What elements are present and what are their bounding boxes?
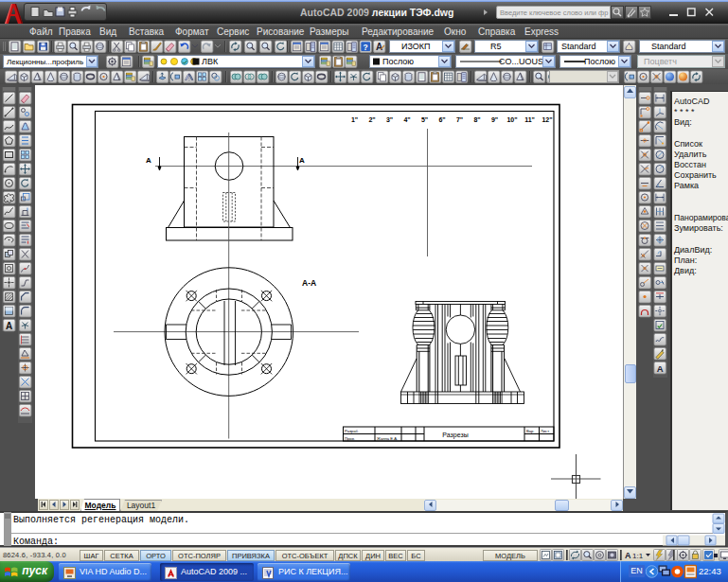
svg-text:A: A — [657, 363, 664, 374]
svg-text:Пров.: Пров. — [345, 436, 355, 441]
svg-text:8": 8" — [473, 116, 480, 123]
svg-text:ИЗОКП: ИЗОКП — [401, 42, 431, 51]
svg-text:Послою: Послою — [382, 57, 414, 66]
svg-text:12": 12" — [542, 116, 552, 123]
svg-text:Жанна Е.А.: Жанна Е.А. — [377, 436, 398, 441]
svg-text:Вар.: Вар. — [526, 429, 535, 433]
svg-text:Лекционны...профиль: Лекционны...профиль — [7, 58, 83, 66]
svg-text:A: A — [376, 42, 382, 52]
svg-text:7": 7" — [456, 116, 463, 123]
svg-text:9": 9" — [491, 116, 498, 123]
svg-text:ЛВК: ЛВК — [202, 57, 219, 66]
svg-text:Standard: Standard — [561, 42, 596, 51]
svg-text:A: A — [146, 156, 151, 165]
svg-text:Поцветч: Поцветч — [644, 57, 677, 66]
svg-text:Разраб.: Разраб. — [345, 429, 359, 433]
svg-text:R5: R5 — [490, 42, 502, 51]
svg-text:1": 1" — [351, 116, 358, 123]
svg-text:А: А — [625, 551, 631, 560]
svg-text:2": 2" — [368, 116, 375, 123]
svg-text:3": 3" — [386, 116, 393, 123]
svg-text:Разрезы: Разрезы — [442, 432, 468, 439]
svg-text:1:1: 1:1 — [632, 552, 644, 560]
svg-text:A: A — [6, 321, 12, 331]
svg-text:6": 6" — [438, 116, 445, 123]
svg-text:Послою: Послою — [584, 57, 615, 66]
svg-text:Лист: Лист — [541, 429, 549, 433]
svg-text:10": 10" — [506, 116, 517, 123]
svg-text:Standard: Standard — [651, 42, 686, 51]
svg-text:CO...UOUS: CO...UOUS — [499, 57, 543, 66]
svg-text:A-A: A-A — [302, 278, 316, 288]
svg-text:4": 4" — [403, 116, 410, 123]
svg-text:5": 5" — [421, 116, 428, 123]
svg-text:11": 11" — [524, 116, 535, 123]
svg-text:A: A — [299, 156, 305, 165]
